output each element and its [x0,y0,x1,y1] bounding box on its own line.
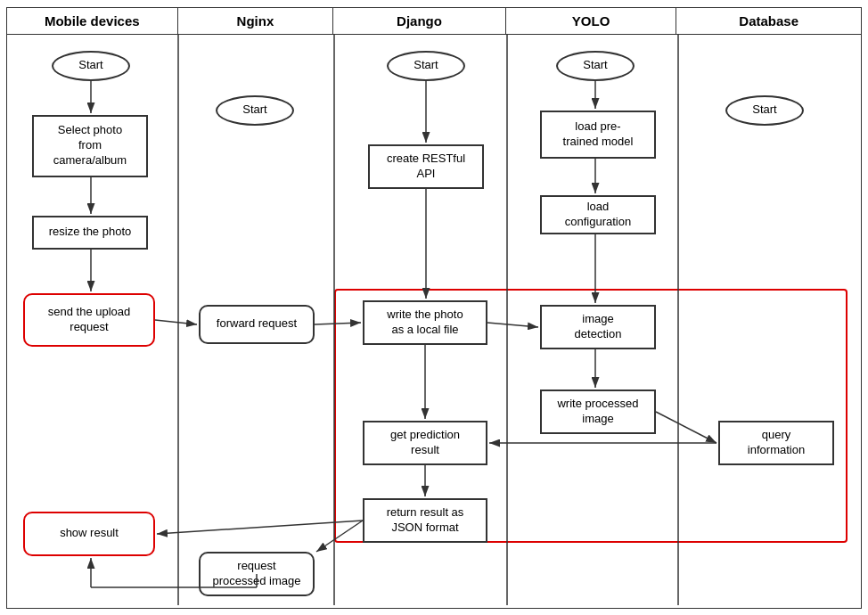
header-django: Django [333,8,506,34]
forward-request-node: forward request [199,305,315,344]
get-prediction-node: get prediction result [363,421,487,465]
svg-line-23 [316,521,363,552]
resize-photo-node: resize the photo [32,216,148,250]
svg-line-15 [656,412,717,443]
load-pretrained-node: load pre- trained model [540,111,656,159]
header-nginx: Nginx [178,8,334,34]
db-start-node: Start [725,95,804,126]
return-result-node: return result as JSON format [363,498,487,543]
yolo-start-node: Start [556,51,635,81]
header-mobile: Mobile devices [7,8,178,34]
request-processed-node: request processed image [199,552,315,596]
header-row: Mobile devices Nginx Django YOLO Databas… [7,8,861,35]
svg-line-19 [157,521,363,534]
write-photo-node: write the photo as a local file [363,300,487,345]
send-upload-node: send the upload request [23,293,155,347]
diagram: Mobile devices Nginx Django YOLO Databas… [6,7,862,609]
write-processed-node: write processed image [540,390,656,434]
django-start-node: Start [387,51,465,81]
svg-line-10 [487,323,538,327]
header-db: Database [676,8,861,34]
svg-line-5 [155,320,197,324]
create-restful-node: create RESTful API [368,144,484,189]
header-yolo: YOLO [506,8,677,34]
load-config-node: load configuration [540,195,656,234]
svg-line-6 [315,323,361,324]
mobile-start-node: Start [52,51,130,81]
query-info-node: query information [718,421,834,465]
show-result-node: show result [23,512,155,556]
nginx-start-node: Start [216,95,294,126]
select-photo-node: Select photo from camera/album [32,115,148,177]
body-row: Start Select photo from camera/album res… [7,35,861,608]
image-detection-node: image detection [540,305,656,349]
